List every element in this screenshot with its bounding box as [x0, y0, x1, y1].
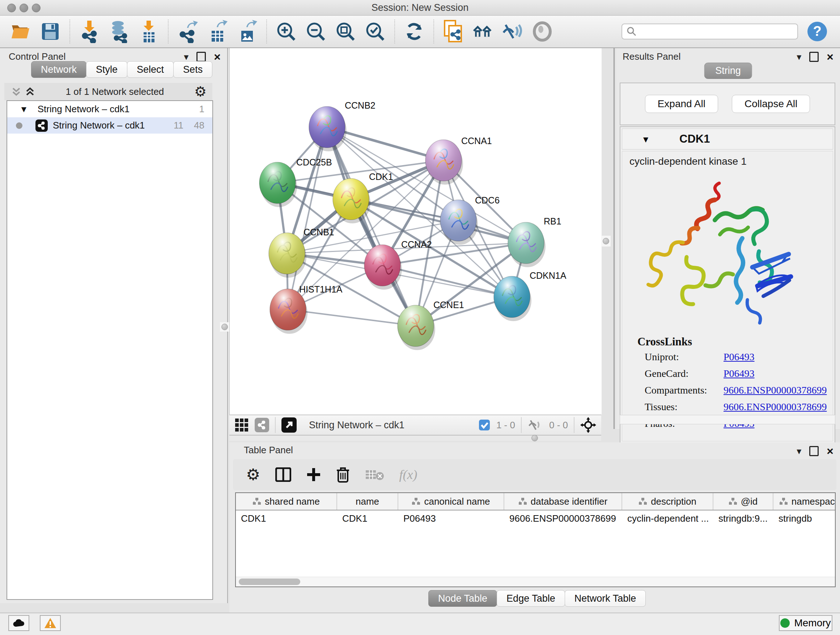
network-node-cdc6[interactable] [440, 200, 478, 245]
string-network-icon [35, 119, 48, 132]
gray-lens-icon[interactable] [532, 20, 553, 43]
tab-string[interactable]: String [704, 63, 752, 79]
selected-checkbox-icon[interactable] [478, 419, 491, 431]
network-node-ccna2[interactable] [364, 245, 402, 290]
save-icon[interactable] [40, 20, 61, 43]
network-node-cdc25b[interactable] [259, 162, 297, 207]
table-toolbar: ⚙ f(x) [233, 459, 836, 490]
show-columns-icon[interactable] [275, 467, 291, 482]
import-table-icon[interactable] [138, 20, 159, 43]
grid-view-icon[interactable] [234, 418, 249, 432]
network-node-rb1[interactable] [508, 222, 546, 267]
import-network-icon[interactable] [79, 20, 100, 43]
right-splitter-handle[interactable] [601, 236, 611, 247]
table-row[interactable]: CDK1 CDK1 P06493 9606.ENSP00000378699 cy… [236, 510, 835, 527]
crosslink-link[interactable]: P06493 [723, 368, 755, 379]
memory-button[interactable]: Memory [779, 615, 832, 631]
results-panel-collapse-icon[interactable]: ▾ [797, 52, 801, 62]
hide-unhide-icon[interactable] [502, 20, 523, 43]
add-column-icon[interactable] [306, 467, 321, 482]
results-scroll-strip[interactable] [620, 415, 835, 424]
network-canvas[interactable]: CCNB2CCNA1CDC25BCDK1CDC6RB1CCNB1CCNA2CDK… [229, 48, 602, 415]
control-panel-collapse-icon[interactable]: ▾ [184, 52, 188, 62]
fit-content-crosshair-icon[interactable] [580, 417, 596, 433]
results-panel-close-icon[interactable]: × [827, 51, 834, 63]
search-input[interactable] [639, 26, 793, 38]
network-options-gear-icon[interactable]: ⚙ [194, 85, 207, 98]
network-collection-row[interactable]: ▼ String Network – cdk1 1 [7, 101, 212, 117]
birdseye-view-icon[interactable] [281, 417, 297, 432]
copy-style-icon[interactable] [443, 20, 464, 43]
tab-network-table[interactable]: Network Table [565, 590, 646, 607]
zoom-fit-icon[interactable] [335, 20, 356, 43]
control-panel-close-icon[interactable]: × [214, 51, 221, 63]
gene-collapse-icon[interactable]: ▾ [643, 133, 648, 145]
table-options-gear-icon[interactable]: ⚙ [246, 467, 260, 483]
table-horizontal-scrollbar[interactable] [236, 577, 835, 586]
share-view-icon[interactable] [255, 418, 269, 432]
network-node-cdk1[interactable] [333, 179, 370, 223]
network-node-ccne1[interactable] [398, 305, 435, 350]
tree-expander-icon[interactable]: ▼ [19, 104, 28, 114]
column-header[interactable]: @id [714, 493, 774, 510]
scrollbar-thumb[interactable] [239, 578, 300, 585]
tab-node-table[interactable]: Node Table [428, 590, 497, 607]
svg-text:?: ? [813, 24, 821, 39]
network-row-selected[interactable]: String Network – cdk1 11 48 [7, 117, 212, 134]
tab-sets[interactable]: Sets [173, 61, 212, 78]
column-header[interactable]: database identifier [504, 493, 622, 510]
memory-label: Memory [794, 617, 831, 629]
horizontal-splitter-handle[interactable] [531, 435, 538, 441]
column-header[interactable]: canonical name [398, 493, 504, 510]
zoom-in-icon[interactable] [276, 20, 297, 43]
tab-select[interactable]: Select [127, 61, 174, 78]
help-icon[interactable]: ? [807, 20, 828, 43]
export-image-icon[interactable] [237, 20, 257, 43]
network-node-cdkn1a[interactable] [494, 276, 531, 321]
import-database-icon[interactable] [109, 20, 129, 43]
export-table-icon[interactable] [207, 20, 228, 43]
zoom-selected-icon[interactable] [365, 20, 386, 43]
left-splitter-handle[interactable] [220, 322, 229, 332]
table-panel-close-icon[interactable]: × [827, 445, 834, 457]
control-panel-float-icon[interactable] [196, 52, 206, 62]
crosslink-link[interactable]: 9606.ENSP00000378699 [723, 401, 827, 413]
tab-style[interactable]: Style [86, 61, 127, 78]
node-label-cdc6: CDC6 [475, 195, 500, 205]
crosslink-label: Tissues: [645, 401, 677, 412]
results-panel-float-icon[interactable] [809, 52, 819, 62]
tab-network[interactable]: Network [31, 61, 87, 78]
crosslink-row: GeneCard: P06493 [645, 368, 688, 379]
column-header[interactable]: namespace [774, 493, 836, 510]
crosslink-link[interactable]: 9606.ENSP00000378699 [723, 385, 827, 396]
network-node-ccnb2[interactable] [309, 106, 347, 151]
table-tabs: Node Table Edge Table Network Table [428, 590, 645, 607]
cloud-status-button[interactable] [8, 615, 29, 631]
zoom-out-icon[interactable] [305, 20, 326, 43]
column-header[interactable]: description [622, 493, 714, 510]
open-folder-icon[interactable] [10, 20, 31, 43]
search-field[interactable] [622, 24, 798, 40]
collapse-all-chevron-icon[interactable] [11, 86, 22, 98]
string-homes-icon[interactable] [472, 20, 493, 43]
collapse-all-button[interactable]: Collapse All [732, 95, 810, 113]
warnings-button[interactable] [40, 615, 61, 631]
expand-all-chevron-icon[interactable] [25, 86, 35, 98]
network-node-ccna1[interactable] [425, 140, 463, 185]
crosslink-row: Uniprot: P06493 [645, 351, 679, 363]
node-label-ccnb1: CCNB1 [303, 227, 334, 237]
expand-all-button[interactable]: Expand All [645, 95, 718, 113]
crosslink-link[interactable]: P06493 [723, 351, 755, 363]
column-header[interactable]: shared name [236, 493, 337, 510]
refresh-icon[interactable] [404, 20, 425, 43]
gene-header[interactable]: ▾ CDK1 [622, 128, 833, 149]
export-network-icon[interactable] [177, 20, 198, 43]
column-header[interactable]: name [337, 493, 398, 510]
horizontal-splitter[interactable] [229, 435, 601, 441]
tab-edge-table[interactable]: Edge Table [497, 590, 565, 607]
crosslink-row: Compartments: 9606.ENSP00000378699 [645, 385, 707, 396]
results-panel: Results Panel ▾ × String Expand All Coll… [616, 48, 840, 429]
table-panel-float-icon[interactable] [809, 446, 819, 456]
table-panel-collapse-icon[interactable]: ▾ [797, 447, 801, 456]
delete-column-icon[interactable] [336, 467, 350, 483]
